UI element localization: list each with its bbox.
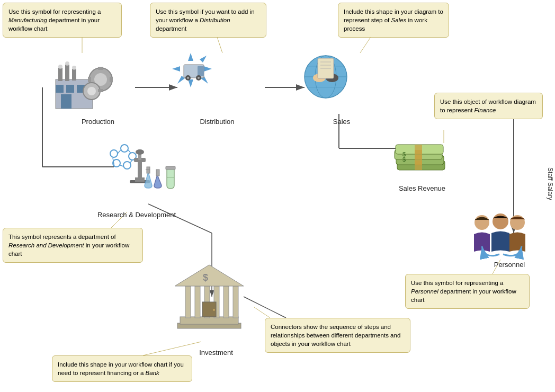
rd-label: Research & Development xyxy=(94,211,179,219)
callout-personnel: Use this symbol for representing a Perso… xyxy=(405,274,530,309)
svg-rect-29 xyxy=(98,67,103,70)
svg-rect-91 xyxy=(185,286,191,318)
svg-rect-15 xyxy=(56,85,64,93)
svg-rect-41 xyxy=(198,66,204,76)
investment-label: Investment xyxy=(184,349,248,357)
personnel-label: Personnel xyxy=(483,261,536,269)
svg-rect-84 xyxy=(147,167,150,173)
svg-marker-35 xyxy=(204,66,212,72)
svg-rect-96 xyxy=(233,286,238,318)
svg-line-73 xyxy=(118,150,121,154)
svg-marker-97 xyxy=(175,265,244,286)
callout-manufacturing: Use this symbol for representing a Manuf… xyxy=(3,3,122,38)
svg-rect-86 xyxy=(156,170,159,176)
callout-finance: Use this object of workflow diagram to r… xyxy=(434,93,543,119)
sales-label: Sales xyxy=(320,118,363,126)
svg-text:$: $ xyxy=(402,156,406,163)
svg-text:$: $ xyxy=(203,272,208,283)
svg-point-68 xyxy=(110,150,118,157)
svg-rect-20 xyxy=(65,65,69,81)
svg-marker-33 xyxy=(188,53,193,61)
svg-point-24 xyxy=(72,66,76,70)
svg-marker-39 xyxy=(172,66,180,72)
callout-sales: Include this shape in your diagram to re… xyxy=(338,3,449,38)
svg-rect-31 xyxy=(88,77,91,82)
svg-line-106 xyxy=(360,37,371,53)
svg-rect-87 xyxy=(166,166,175,170)
svg-rect-65 xyxy=(415,161,422,170)
svg-marker-37 xyxy=(188,79,193,87)
svg-rect-83 xyxy=(135,177,145,182)
svg-rect-95 xyxy=(223,286,229,318)
svg-point-45 xyxy=(198,77,200,79)
svg-point-23 xyxy=(65,61,69,66)
svg-rect-92 xyxy=(195,286,200,318)
svg-line-75 xyxy=(130,160,132,163)
svg-line-13 xyxy=(244,297,286,318)
svg-point-81 xyxy=(136,149,144,155)
staff-salary-label: Staff Salary xyxy=(547,167,554,200)
svg-rect-21 xyxy=(72,69,76,81)
distribution-label: Distribution xyxy=(191,118,244,126)
callout-distribution: Use this symbol if you want to add in yo… xyxy=(150,3,266,38)
svg-marker-34 xyxy=(200,56,207,63)
svg-rect-18 xyxy=(61,94,71,109)
svg-line-105 xyxy=(217,37,222,53)
svg-point-22 xyxy=(58,65,62,69)
callout-bank: Include this shape in your workflow char… xyxy=(52,355,192,382)
svg-point-44 xyxy=(187,77,189,79)
callout-connectors: Connectors show the sequence of steps an… xyxy=(265,318,410,353)
svg-point-28 xyxy=(87,87,96,95)
callout-rd: This symbol represents a department of R… xyxy=(3,228,143,263)
sales-revenue-label: Sales Revenue xyxy=(393,184,451,192)
svg-point-100 xyxy=(213,309,215,311)
svg-rect-32 xyxy=(110,77,113,82)
production-label: Production xyxy=(71,118,124,126)
svg-rect-16 xyxy=(66,85,74,93)
svg-rect-30 xyxy=(98,89,103,92)
svg-rect-19 xyxy=(58,68,62,81)
svg-point-69 xyxy=(121,145,128,152)
svg-line-74 xyxy=(128,150,131,153)
